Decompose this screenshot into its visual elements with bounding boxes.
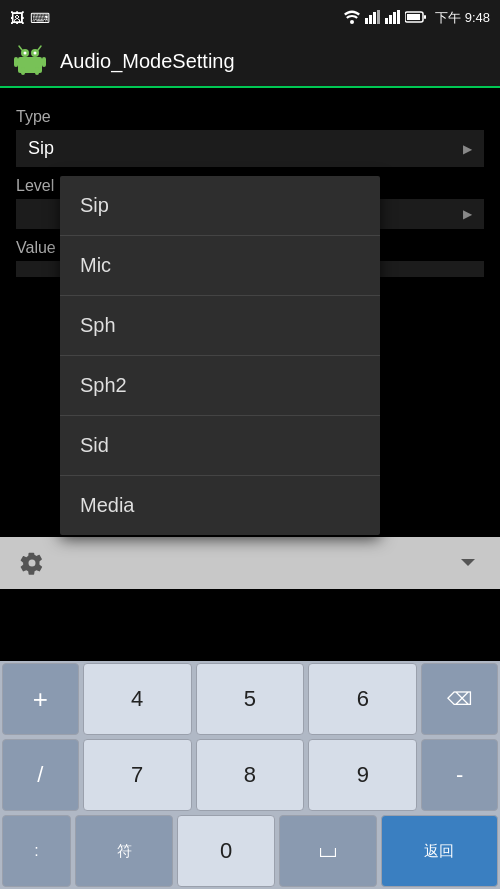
signal2-icon bbox=[385, 10, 401, 27]
key-8[interactable]: 8 bbox=[196, 739, 305, 811]
key-7[interactable]: 7 bbox=[83, 739, 192, 811]
status-bar-left: 🖼 ⌨ bbox=[10, 10, 50, 26]
key-0[interactable]: 0 bbox=[177, 815, 275, 887]
svg-rect-20 bbox=[42, 57, 46, 67]
title-bar: Audio_ModeSetting bbox=[0, 36, 500, 88]
type-section: Type Sip ▶ bbox=[16, 108, 484, 167]
key-return[interactable]: 返回 bbox=[381, 815, 498, 887]
svg-point-15 bbox=[24, 52, 27, 55]
svg-rect-8 bbox=[397, 10, 400, 24]
keyboard-row-1: + 4 5 6 ⌫ bbox=[0, 661, 500, 737]
gear-icon bbox=[20, 551, 44, 575]
svg-rect-4 bbox=[377, 10, 380, 24]
key-divide[interactable]: / bbox=[2, 739, 79, 811]
dropdown-item-sph2[interactable]: Sph2 bbox=[60, 356, 380, 416]
type-dropdown-arrow: ▶ bbox=[463, 142, 472, 156]
wifi-icon bbox=[343, 10, 361, 27]
keyboard-row-3: : 符 0 ⌴ 返回 bbox=[0, 813, 500, 889]
svg-rect-1 bbox=[365, 18, 368, 24]
svg-point-16 bbox=[34, 52, 37, 55]
status-bar: 🖼 ⌨ bbox=[0, 0, 500, 36]
svg-line-21 bbox=[19, 46, 22, 50]
keyboard-icon: ⌨ bbox=[30, 10, 50, 26]
key-4[interactable]: 4 bbox=[83, 663, 192, 735]
type-label: Type bbox=[16, 108, 484, 126]
svg-point-0 bbox=[350, 20, 354, 24]
type-field-row[interactable]: Sip ▶ bbox=[16, 130, 484, 167]
key-5[interactable]: 5 bbox=[196, 663, 305, 735]
settings-button[interactable] bbox=[10, 541, 54, 585]
dropdown-item-sip[interactable]: Sip bbox=[60, 176, 380, 236]
dropdown-item-sph[interactable]: Sph bbox=[60, 296, 380, 356]
time-display: 下午 9:48 bbox=[435, 9, 490, 27]
key-backspace[interactable]: ⌫ bbox=[421, 663, 498, 735]
dropdown-item-sid[interactable]: Sid bbox=[60, 416, 380, 476]
key-symbol[interactable]: 符 bbox=[75, 815, 173, 887]
signal-icon bbox=[365, 10, 381, 27]
screen-icon: 🖼 bbox=[10, 10, 24, 26]
status-bar-right: 下午 9:48 bbox=[343, 9, 490, 27]
key-plus[interactable]: + bbox=[2, 663, 79, 735]
svg-rect-18 bbox=[35, 67, 39, 75]
main-content: Type Sip ▶ Level ▶ Value Sip Mic Sph Sph… bbox=[0, 88, 500, 368]
keyboard-row-2: / 7 8 9 - bbox=[0, 737, 500, 813]
key-9[interactable]: 9 bbox=[308, 739, 417, 811]
svg-line-22 bbox=[38, 46, 41, 50]
svg-rect-5 bbox=[385, 18, 388, 24]
svg-rect-3 bbox=[373, 12, 376, 24]
key-space[interactable]: ⌴ bbox=[279, 815, 377, 887]
dropdown-menu: Sip Mic Sph Sph2 Sid Media bbox=[60, 176, 380, 535]
bottom-toolbar bbox=[0, 537, 500, 589]
battery-icon bbox=[405, 11, 427, 26]
android-logo bbox=[12, 43, 48, 79]
dropdown-item-media[interactable]: Media bbox=[60, 476, 380, 535]
key-6[interactable]: 6 bbox=[308, 663, 417, 735]
svg-rect-17 bbox=[21, 67, 25, 75]
chevron-down-button[interactable] bbox=[446, 541, 490, 585]
key-colon[interactable]: : bbox=[2, 815, 71, 887]
svg-rect-11 bbox=[424, 15, 426, 19]
app-title: Audio_ModeSetting bbox=[60, 50, 235, 73]
key-minus[interactable]: - bbox=[421, 739, 498, 811]
svg-rect-10 bbox=[407, 14, 420, 20]
svg-rect-6 bbox=[389, 15, 392, 24]
chevron-down-icon bbox=[454, 549, 482, 577]
level-dropdown-arrow: ▶ bbox=[463, 207, 472, 221]
type-value: Sip bbox=[28, 138, 54, 159]
dropdown-item-mic[interactable]: Mic bbox=[60, 236, 380, 296]
svg-rect-7 bbox=[393, 12, 396, 24]
svg-rect-19 bbox=[14, 57, 18, 67]
svg-rect-2 bbox=[369, 15, 372, 24]
keyboard: + 4 5 6 ⌫ / 7 8 9 - : 符 0 ⌴ 返回 bbox=[0, 661, 500, 889]
